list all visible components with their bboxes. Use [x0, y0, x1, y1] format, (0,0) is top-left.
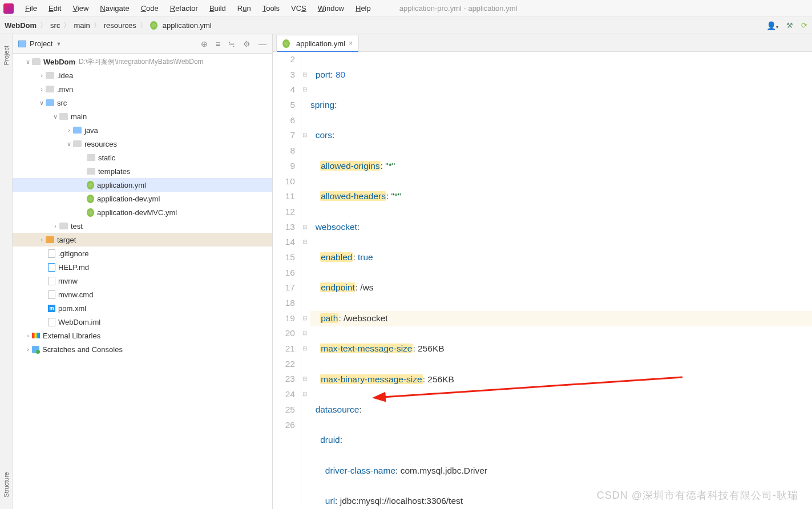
md-icon: [48, 263, 55, 272]
chevron-right-icon: 〉: [40, 21, 47, 30]
folder-icon: [59, 113, 68, 120]
tree-static[interactable]: static: [13, 151, 272, 164]
expand-icon[interactable]: ≡: [216, 39, 220, 49]
hide-icon[interactable]: —: [258, 39, 266, 49]
file-icon: [48, 277, 55, 285]
editor-body[interactable]: 2345678910111213141516171819202122232425…: [273, 52, 812, 509]
menu-help[interactable]: Help: [350, 2, 377, 15]
tree-help[interactable]: HELP.md: [13, 260, 272, 274]
collapse-icon[interactable]: ≒: [228, 39, 235, 49]
tree-java[interactable]: ›java: [13, 123, 272, 137]
run-icon[interactable]: ⟳: [801, 21, 807, 30]
library-icon: [32, 333, 40, 338]
sidebar-tab-project[interactable]: Project: [3, 46, 10, 65]
menu-build[interactable]: Build: [204, 2, 232, 15]
tree-scratches[interactable]: ›Scratches and Consoles: [13, 342, 272, 356]
yml-icon: [87, 195, 94, 203]
yml-icon: [87, 181, 94, 189]
code-area[interactable]: port: 80 spring: cors: allowed-origins: …: [308, 52, 812, 509]
close-icon[interactable]: ×: [349, 39, 353, 47]
folder-icon: [46, 72, 54, 79]
tree-root[interactable]: ∨WebDomD:\学习案例\integrationMyBatis\WebDom: [13, 55, 272, 68]
tab-application-yml[interactable]: application.yml ×: [276, 35, 359, 52]
file-icon: [48, 318, 55, 326]
folder-icon: [73, 140, 82, 147]
tree-test[interactable]: ›test: [13, 219, 272, 233]
crumb-main[interactable]: main: [74, 21, 90, 30]
breadcrumb: WebDom 〉 src 〉 main 〉 resources 〉 applic…: [5, 21, 212, 30]
folder-icon: [46, 99, 54, 106]
editor-area: application.yml × 2345678910111213141516…: [273, 34, 812, 509]
yml-icon: [87, 208, 94, 217]
folder-icon: [87, 154, 95, 161]
chevron-right-icon: 〉: [63, 21, 70, 30]
menu-view[interactable]: View: [67, 2, 94, 15]
nav-bar: WebDom 〉 src 〉 main 〉 resources 〉 applic…: [0, 17, 812, 34]
tree-mvnwcmd[interactable]: mvnw.cmd: [13, 288, 272, 301]
file-icon: [48, 249, 55, 258]
file-icon: [48, 290, 55, 299]
folder-icon: [73, 127, 82, 134]
crumb-src[interactable]: src: [50, 21, 60, 30]
folder-icon: [46, 236, 54, 243]
crumb-resources[interactable]: resources: [104, 21, 136, 30]
panel-toolbar: ⊕ ≡ ≒ ⚙ —: [201, 39, 266, 49]
folder-icon: [87, 168, 95, 175]
build-icon[interactable]: ⚒: [786, 21, 793, 30]
panel-header: Project ▼ ⊕ ≡ ≒ ⚙ —: [13, 34, 272, 54]
folder-icon: [46, 86, 54, 92]
watermark: CSDN @深圳市有德者科技有限公司-耿瑞: [597, 488, 798, 502]
yml-icon: [282, 39, 290, 48]
chevron-right-icon: 〉: [94, 21, 100, 30]
menu-bar: File Edit View Navigate Code Refactor Bu…: [0, 0, 812, 17]
project-view-icon: [18, 41, 26, 47]
tree-src[interactable]: ∨src: [13, 96, 272, 110]
tree-templates[interactable]: templates: [13, 164, 272, 178]
fold-gutter: ⊟⊟⊟⊟⊟⊟⊟⊟⊟⊟: [301, 52, 308, 509]
locate-icon[interactable]: ⊕: [201, 39, 208, 49]
tree-app-dev[interactable]: application-dev.yml: [13, 192, 272, 205]
settings-icon[interactable]: ⚙: [243, 39, 251, 49]
crumb-root[interactable]: WebDom: [5, 21, 37, 30]
tree-mvn[interactable]: ›.mvn: [13, 82, 272, 96]
window-title: application-pro.yml - application.yml: [399, 4, 518, 13]
scratch-icon: [32, 346, 39, 353]
maven-icon: m: [48, 305, 55, 312]
tree-idea[interactable]: ›.idea: [13, 68, 272, 82]
menu-code[interactable]: Code: [135, 2, 164, 15]
tree-ext-lib[interactable]: ›External Libraries: [13, 329, 272, 342]
tree-mvnw[interactable]: mvnw: [13, 274, 272, 288]
panel-title[interactable]: Project: [30, 39, 52, 48]
left-tool-strip: Project Structure: [0, 34, 13, 509]
menu-edit[interactable]: Edit: [43, 2, 67, 15]
tree-iml[interactable]: WebDom.iml: [13, 315, 272, 329]
tree-app-yml[interactable]: application.yml: [13, 178, 272, 192]
menu-window[interactable]: Window: [312, 2, 350, 15]
user-icon[interactable]: 👤▾: [766, 21, 778, 30]
folder-icon: [32, 58, 41, 65]
project-panel: Project ▼ ⊕ ≡ ≒ ⚙ — ∨WebDomD:\学习案例\integ…: [13, 34, 273, 509]
tree-main[interactable]: ∨main: [13, 110, 272, 123]
folder-icon: [59, 223, 68, 229]
tree-resources[interactable]: ∨resources: [13, 137, 272, 151]
crumb-file[interactable]: application.yml: [150, 21, 212, 30]
menu-refactor[interactable]: Refactor: [164, 2, 204, 15]
tree-pom[interactable]: mpom.xml: [13, 301, 272, 315]
menu-vcs[interactable]: VCS: [285, 2, 312, 15]
yml-icon: [150, 21, 157, 30]
tree-gitignore[interactable]: .gitignore: [13, 247, 272, 260]
menu-navigate[interactable]: Navigate: [94, 2, 135, 15]
tab-label: application.yml: [296, 39, 345, 48]
project-tree: ∨WebDomD:\学习案例\integrationMyBatis\WebDom…: [13, 54, 272, 509]
menu-file[interactable]: File: [19, 2, 43, 15]
sidebar-tab-structure[interactable]: Structure: [3, 472, 10, 498]
tree-target[interactable]: ›target: [13, 233, 272, 247]
menu-run[interactable]: Run: [232, 2, 257, 15]
nav-toolbar: 👤▾ ⚒ ⟳: [766, 21, 807, 30]
editor-tabs: application.yml ×: [273, 34, 812, 52]
line-gutter: 2345678910111213141516171819202122232425…: [273, 52, 301, 509]
tree-app-devmvc[interactable]: application-devMVC.yml: [13, 205, 272, 219]
app-icon: [3, 3, 14, 14]
menu-tools[interactable]: Tools: [257, 2, 285, 15]
chevron-down-icon[interactable]: ▼: [56, 41, 61, 47]
